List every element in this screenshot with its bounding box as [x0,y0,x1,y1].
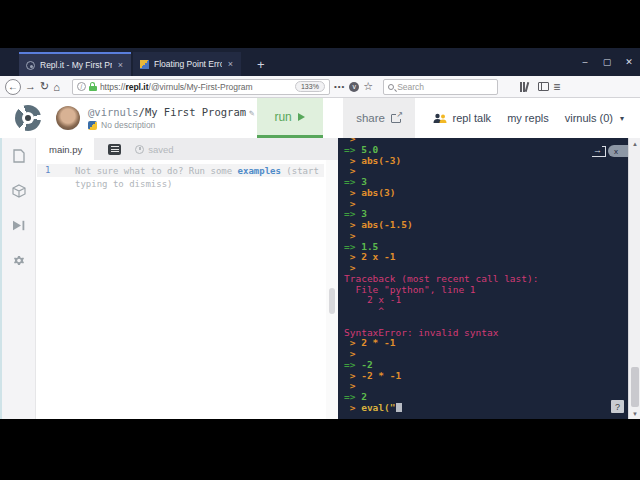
console-pane[interactable]: >=> 5.0 > abs(-3) >=> 3 > abs(3) >=> 3 >… [338,138,628,419]
console-close-button[interactable]: x [608,145,628,157]
url-text: https://repl.it/@virnuls/My-First-Progra… [100,82,292,92]
mathematica-favicon [140,60,149,69]
console-line: > [344,138,628,145]
examples-link[interactable]: examples [238,166,281,176]
python-icon [88,121,97,130]
console-line: > -2 * -1 [344,371,628,382]
scroll-down-arrow[interactable]: ▼ [629,408,640,419]
console-scrollbar[interactable]: ▲ ▼ [628,138,640,419]
console-output: >=> 5.0 > abs(-3) >=> 3 > abs(3) >=> 3 >… [338,138,628,414]
back-button[interactable]: ← [5,79,21,95]
open-in-new-pane-icon[interactable] [592,146,606,157]
edit-title-icon[interactable]: ✎ [249,108,254,118]
debugger-icon[interactable] [11,218,26,233]
save-status: saved [135,144,173,155]
video-letterbox: Repl.it - My First Program × Floating Po… [0,0,640,480]
console-line: > 2 x -1 [344,252,628,263]
file-menu-icon[interactable] [108,144,121,155]
run-button[interactable]: run [257,98,323,138]
console-line: > [344,349,628,360]
search-icon [388,84,394,90]
console-line: > [344,166,628,177]
account-menu[interactable]: virnuls (0) ▾ [565,98,624,138]
console-help-button[interactable]: ? [611,400,624,413]
console-line: > 2 * -1 [344,338,628,349]
menu-hamburger-icon[interactable]: ≡ [553,81,560,93]
replit-logo[interactable] [0,98,56,138]
console-cursor [396,403,402,412]
console-line: > abs(-1.5) [344,220,628,231]
close-button[interactable]: ✕ [618,48,640,76]
bookmark-star-icon[interactable]: ☆ [363,81,373,92]
console-line: > abs(3) [344,188,628,199]
search-input[interactable]: Search [383,79,498,95]
console-line: > abs(-3) [344,156,628,167]
padlock-icon [89,82,97,91]
console-line: > [344,381,628,392]
share-icon [391,114,401,123]
editor-scrollbar-thumb[interactable] [329,288,335,314]
editor-scrollbar[interactable] [326,160,338,419]
tab-close-icon[interactable]: × [227,59,234,69]
reload-button[interactable]: ↻ [40,81,49,92]
sidebar-toggle-icon[interactable] [538,82,549,91]
replit-header: @virnuls/My First Program✎ No descriptio… [0,98,640,138]
editor-tabbar: main.py saved [37,138,338,160]
home-button[interactable]: ⌂ [53,81,60,93]
repl-description[interactable]: No description [101,120,155,130]
replit-favicon [26,61,35,70]
files-icon[interactable] [11,148,26,163]
line-number: 1 [45,165,50,175]
play-icon [298,113,305,121]
console-scrollbar-thumb[interactable] [631,367,639,407]
console-line: 2 x -1 [344,295,628,306]
pocket-icon[interactable]: v [349,82,359,92]
tab-title: Floating Point Error | Mathema [154,59,222,69]
share-button[interactable]: share [343,98,415,138]
forward-button[interactable]: → [25,81,36,92]
minimize-button[interactable]: – [574,48,596,76]
people-icon [433,113,448,124]
settings-gear-icon[interactable] [11,253,26,268]
tab-close-icon[interactable]: × [117,60,124,70]
browser-tab-replit[interactable]: Repl.it - My First Program × [19,52,131,76]
repl-title-block: @virnuls/My First Program✎ No descriptio… [88,106,254,130]
browser-tab-floating-point[interactable]: Floating Point Error | Mathema × [133,52,241,76]
chevron-down-icon: ▾ [620,114,624,123]
file-tab-mainpy[interactable]: main.py [37,138,94,160]
library-icon[interactable] [520,82,528,92]
console-line: > [344,199,628,210]
editor-placeholder: Not sure what to do? Run some examples (… [75,165,327,191]
code-editor[interactable]: 1 Not sure what to do? Run some examples… [37,160,338,419]
url-bar[interactable]: i https://repl.it/@virnuls/My-First-Prog… [72,79,330,95]
packages-icon[interactable] [11,183,26,198]
browser-tabbar: Repl.it - My First Program × Floating Po… [0,48,640,76]
side-rail [0,138,36,419]
workspace: main.py saved 1 Not sure what to do? Run… [0,138,640,419]
zoom-level-badge[interactable]: 133% [295,81,325,92]
maximize-button[interactable]: ▢ [596,48,618,76]
console-line: > eval(" [344,403,628,414]
scroll-up-arrow[interactable]: ▲ [629,138,640,149]
my-repls-link[interactable]: my repls [507,98,549,138]
page-title: @virnuls/My First Program✎ [88,106,254,118]
search-placeholder: Search [397,82,424,92]
window-controls: – ▢ ✕ [574,48,640,76]
console-line: ^ [344,306,628,317]
history-clock-icon [135,145,144,154]
page-info-icon[interactable]: i [77,82,86,91]
firefox-window: Repl.it - My First Program × Floating Po… [0,48,640,419]
new-tab-button[interactable]: + [251,52,271,76]
page-actions-icon[interactable]: ••• [334,83,345,91]
console-line: > [344,231,628,242]
browser-navbar: ← → ↻ ⌂ i https://repl.it/@virnuls/My-Fi… [0,76,640,98]
repl-talk-link[interactable]: repl talk [433,98,492,138]
editor-pane: main.py saved 1 Not sure what to do? Run… [37,138,338,419]
tab-title: Repl.it - My First Program [40,60,112,70]
avatar[interactable] [56,106,80,130]
